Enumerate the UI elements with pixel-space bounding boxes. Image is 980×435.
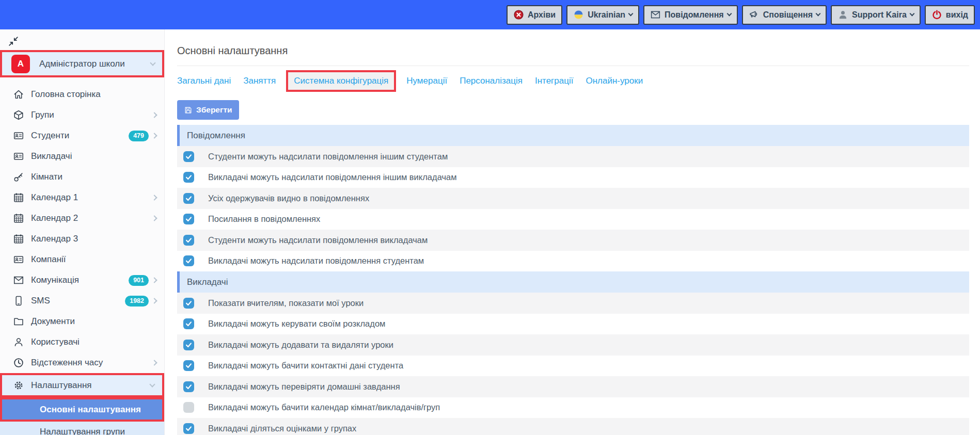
chevron-down-icon — [628, 11, 634, 17]
checkbox[interactable] — [183, 360, 194, 371]
checkbox[interactable] — [183, 381, 194, 392]
setting-label: Викладачі можуть надсилати повідомлення … — [208, 256, 424, 266]
checkbox[interactable] — [183, 255, 194, 266]
checkbox[interactable] — [183, 172, 194, 183]
avatar: A — [11, 55, 30, 73]
key-icon — [13, 171, 24, 183]
calendar-icon — [13, 192, 24, 203]
tab[interactable]: Заняття — [243, 76, 276, 86]
calendar-icon — [13, 213, 24, 224]
account-menu-button[interactable]: Support Kaira — [831, 5, 921, 25]
sidebar-item[interactable]: Користувачі — [0, 332, 164, 352]
tab[interactable]: Нумерації — [406, 76, 447, 86]
save-button[interactable]: Зберегти — [177, 100, 239, 120]
sidebar-subitem[interactable]: Налаштування групи — [0, 422, 164, 435]
tab[interactable]: Інтеграції — [535, 76, 574, 86]
divider — [177, 66, 969, 66]
chevron-down-icon — [909, 11, 914, 17]
chevron-right-icon — [151, 215, 157, 221]
profile-name: Адміністратор школи — [39, 59, 151, 69]
sidebar-item[interactable]: Документи — [0, 311, 164, 332]
sidebar-subitem-label: Налаштування групи — [40, 427, 125, 435]
topbar: Архіви Ukrainian Повідомлення Сповіщення… — [0, 0, 980, 29]
chevron-right-icon — [151, 195, 157, 200]
sidebar-item-label: Налаштування — [31, 380, 150, 391]
logout-button[interactable]: вихід — [925, 5, 975, 25]
box-icon — [13, 109, 24, 121]
sidebar-item-label: Головна сторінка — [31, 89, 156, 100]
check-icon — [185, 341, 193, 349]
sidebar-item[interactable]: Календар 2 — [0, 208, 164, 229]
checkbox[interactable] — [183, 214, 194, 224]
sidebar-item[interactable]: Календар 3 — [0, 229, 164, 249]
check-icon — [185, 383, 193, 391]
chevron-down-icon — [149, 381, 155, 387]
check-icon — [185, 299, 193, 307]
chevron-down-icon — [150, 60, 155, 66]
sidebar-collapse-button[interactable] — [8, 36, 19, 47]
checkbox[interactable] — [183, 298, 194, 309]
tab[interactable]: Загальні дані — [177, 76, 231, 86]
check-icon — [185, 425, 193, 432]
check-icon — [185, 320, 193, 328]
sidebar-item[interactable]: Кімнати — [0, 167, 164, 187]
check-icon — [185, 173, 193, 181]
count-badge: 479 — [129, 131, 149, 141]
check-icon — [185, 215, 193, 223]
sidebar-nav: Головна сторінка Групи Студенти 479 — [0, 84, 164, 397]
sidebar-item[interactable]: Відстеження часу — [0, 352, 164, 373]
envelope-icon — [13, 275, 24, 286]
sidebar-item-label: Календар 2 — [31, 213, 152, 223]
user-icon — [837, 9, 848, 20]
sidebar-item[interactable]: Студенти 479 — [0, 125, 164, 146]
sidebar-item-label: Календар 1 — [31, 192, 152, 203]
sidebar-item-label: Кімнати — [31, 172, 156, 182]
sidebar-item[interactable]: Комунікація 901 — [0, 270, 164, 291]
sidebar-item-label: Комунікація — [31, 275, 129, 285]
sidebar-item[interactable]: Компанії — [0, 249, 164, 270]
sidebar-item[interactable]: Головна сторінка — [0, 84, 164, 105]
envelope-icon — [650, 9, 661, 20]
setting-row: Викладачі можуть додавати та видаляти ур… — [177, 334, 969, 356]
sidebar-item[interactable]: Календар 1 — [0, 187, 164, 208]
count-badge: 1982 — [125, 296, 149, 307]
checkbox[interactable] — [183, 235, 194, 246]
notifications-menu-button[interactable]: Сповіщення — [742, 5, 827, 25]
clock-icon — [13, 357, 24, 368]
phone-icon — [13, 295, 24, 307]
profile-menu[interactable]: A Адміністратор школи — [0, 50, 164, 77]
sidebar-item[interactable]: Налаштування — [0, 373, 164, 397]
setting-row: Посилання в повідомленнях — [177, 209, 969, 230]
folder-icon — [13, 316, 24, 327]
home-icon — [13, 89, 24, 100]
checkbox[interactable] — [183, 151, 194, 162]
sidebar-item-label: Групи — [31, 110, 152, 120]
check-icon — [185, 153, 193, 160]
sidebar-item[interactable]: Викладачі — [0, 146, 164, 167]
checkbox[interactable] — [183, 318, 194, 329]
section-title: Викладачі — [187, 277, 228, 287]
chevron-right-icon — [151, 360, 157, 365]
setting-row: Показати вчителям, показати мої уроки — [177, 293, 969, 314]
checkbox[interactable] — [183, 402, 194, 413]
checkbox[interactable] — [183, 193, 194, 204]
check-icon — [185, 362, 193, 369]
sidebar-item[interactable]: SMS 1982 — [0, 291, 164, 311]
archives-button[interactable]: Архіви — [507, 5, 562, 25]
sidebar-item[interactable]: Групи — [0, 105, 164, 125]
megaphone-icon — [749, 9, 760, 20]
setting-row: Студенти можуть надсилати повідомлення і… — [177, 146, 969, 167]
section-title: Повідомлення — [187, 131, 245, 141]
checkbox[interactable] — [183, 340, 194, 350]
setting-row: Студенти можуть надсилати повідомлення в… — [177, 230, 969, 251]
tab[interactable]: Персоналізація — [460, 76, 523, 86]
power-icon — [931, 9, 942, 20]
messages-menu-button[interactable]: Повідомлення — [643, 5, 738, 25]
tab[interactable]: Системна конфігурація — [288, 72, 394, 90]
sidebar-subitem[interactable]: Основні налаштування — [0, 397, 164, 422]
checkbox[interactable] — [183, 423, 194, 434]
tab[interactable]: Онлайн-уроки — [586, 76, 643, 86]
language-selector[interactable]: Ukrainian — [566, 5, 639, 25]
archives-label: Архіви — [528, 10, 556, 20]
section-teachers: Викладачі Показати вчителям, показати мо… — [177, 271, 969, 435]
